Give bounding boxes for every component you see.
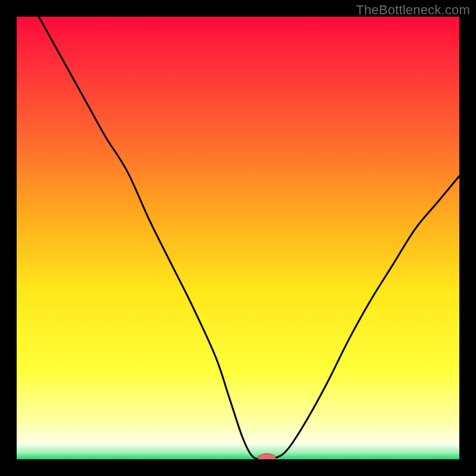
bottleneck-chart [17,17,459,459]
plot-area [17,17,459,459]
watermark-text: TheBottleneck.com [356,2,470,18]
gradient-background [17,17,459,459]
chart-frame: TheBottleneck.com [0,0,476,476]
